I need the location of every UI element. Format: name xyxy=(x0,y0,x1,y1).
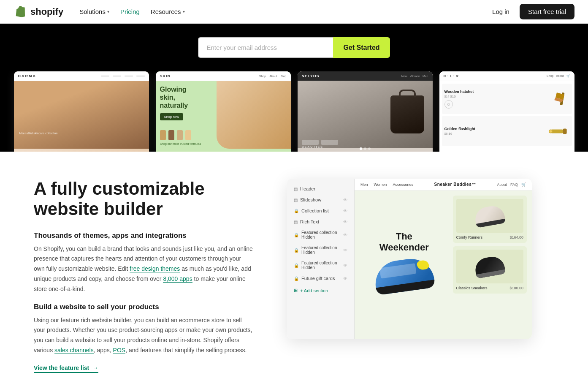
faq-link: FAQ xyxy=(510,182,518,187)
arrow-icon: → xyxy=(92,365,98,371)
nelyos-nav: New Women Men xyxy=(401,75,428,78)
featured-2-visibility-icon: 👁 xyxy=(343,248,347,253)
get-started-button[interactable]: Get Started xyxy=(333,37,390,58)
sidebar-item-featured-1[interactable]: 🔒 Featured collection Hidden 👁 xyxy=(290,228,351,242)
comfy-runners-image xyxy=(456,199,523,233)
sidebar-item-rich-text[interactable]: ▤ Rich Text 👁 xyxy=(290,217,351,227)
bag-product xyxy=(390,95,424,133)
builder-store-preview: Men Women Accessories Sneaker Buddies™ A… xyxy=(355,179,532,339)
hero-email-row: Get Started xyxy=(198,37,390,58)
slideshow-section-icon: ▤ xyxy=(294,198,298,202)
product-card-comfy: Comfy Runners $164.00 xyxy=(453,196,527,243)
skin-logo: SKIN xyxy=(160,74,171,78)
nelyos-category: BEAUTIES xyxy=(302,145,323,148)
start-trial-button[interactable]: Start free trial xyxy=(520,4,574,19)
clr-nav: Shop About 🛒 xyxy=(547,74,570,78)
collection-visibility-icon: 👁 xyxy=(343,209,347,213)
clr-flashlight-price: $8 $6 xyxy=(444,132,548,136)
classics-product-info: Classics Sneakers $180.00 xyxy=(456,286,523,290)
logo[interactable]: shopify xyxy=(14,5,63,19)
rich-text-section-icon: ▤ xyxy=(294,220,298,224)
resources-menu[interactable]: Resources ▾ xyxy=(146,5,189,18)
bag-handle-shape xyxy=(399,90,416,97)
sales-channels-link[interactable]: sales channels xyxy=(54,347,94,354)
add-section-button[interactable]: ⊞ + Add section xyxy=(290,285,351,296)
product-grid: Comfy Runners $164.00 Classics Sneakers xyxy=(453,196,527,329)
builder-store-nav: Men Women Accessories xyxy=(360,182,413,187)
flashlight-icon xyxy=(548,126,569,136)
skin-nav: Shop About Blog xyxy=(259,75,287,78)
sidebar-item-featured-2[interactable]: 🔒 Featured collection Hidden 👁 xyxy=(290,243,351,257)
cart-icon: 🛒 xyxy=(521,182,526,187)
nelyos-cta-buttons xyxy=(302,140,338,145)
resources-chevron-icon: ▾ xyxy=(183,9,185,14)
nav-accessories: Accessories xyxy=(393,182,413,187)
builder-store-header: Men Women Accessories Sneaker Buddies™ A… xyxy=(355,179,532,190)
store-previews: DARMA The Supreme Clean A beautiful skin… xyxy=(0,71,588,152)
bag-body-shape xyxy=(390,95,424,133)
skin-cta-button[interactable]: Shop now xyxy=(160,113,184,120)
store-card-skin: SKIN Shop About Blog Glowingskin,natural… xyxy=(156,71,291,152)
classics-sneakers-price: $180.00 xyxy=(509,286,523,290)
svg-rect-2 xyxy=(563,128,566,134)
sidebar-item-gift-cards[interactable]: 🔒 Future gift cards 👁 xyxy=(290,273,351,283)
clr-flashlight-image xyxy=(548,122,569,139)
header-section-icon: ▤ xyxy=(294,187,298,191)
clr-store-header: C·L·R Shop About 🛒 xyxy=(439,71,574,81)
email-input[interactable] xyxy=(198,37,333,58)
svg-point-4 xyxy=(549,130,551,132)
sidebar-item-slideshow[interactable]: ▤ Slideshow 👁 xyxy=(290,195,351,205)
builder-sidebar: ▤ Header ▤ Slideshow 👁 🔒 Collection list… xyxy=(287,179,355,339)
comfy-sneaker-shape xyxy=(474,204,506,228)
section-right-mockup: ▤ Header ▤ Slideshow 👁 🔒 Collection list… xyxy=(287,179,532,339)
solutions-menu[interactable]: Solutions ▾ xyxy=(75,5,114,18)
hatchet-icon xyxy=(548,90,569,107)
nelyos-dots xyxy=(360,147,371,150)
featured-2-icon: 🔒 xyxy=(294,248,299,253)
nelyos-store-header: NELYOS New Women Men xyxy=(298,71,433,81)
website-builder-section: A fully customizable website builder Tho… xyxy=(0,152,588,389)
sneaker-upper xyxy=(373,256,436,296)
login-link[interactable]: Log in xyxy=(487,5,515,19)
gift-cards-visibility-icon: 👁 xyxy=(343,276,347,281)
clr-hatchet-rating: ☺ xyxy=(444,100,453,109)
nav-women: Women xyxy=(374,182,387,187)
comfy-product-info: Comfy Runners $164.00 xyxy=(456,235,523,239)
featured-1-icon: 🔒 xyxy=(294,233,299,237)
section-left-content: A fully customizable website builder Tho… xyxy=(34,179,253,373)
clr-flashlight-name: Golden flashlight xyxy=(444,127,548,131)
nav-links: Solutions ▾ Pricing Resources ▾ xyxy=(75,5,189,18)
builder-mockup: ▤ Header ▤ Slideshow 👁 🔒 Collection list… xyxy=(287,179,532,339)
sidebar-item-featured-3[interactable]: 🔒 Featured collection Hidden 👁 xyxy=(290,258,351,272)
clr-hatchet-info: Wooden hatchet $14 $10 ☺ xyxy=(444,90,548,109)
comfy-runners-price: $164.00 xyxy=(509,235,523,239)
free-themes-link[interactable]: free design themes xyxy=(130,265,180,272)
apps-link[interactable]: 8,000 apps xyxy=(163,275,192,283)
main-product-area: The Weekender xyxy=(360,196,449,329)
sneaker-accent xyxy=(417,260,430,271)
solutions-chevron-icon: ▾ xyxy=(107,9,109,14)
featured-3-icon: 🔒 xyxy=(294,263,299,268)
clr-hatchet-name: Wooden hatchet xyxy=(444,90,548,94)
themes-body: On Shopify, you can build a brand that l… xyxy=(34,244,253,294)
nelyos-logo: NELYOS xyxy=(302,74,320,78)
sidebar-item-header[interactable]: ▤ Header xyxy=(290,184,351,194)
view-feature-list-link[interactable]: View the feature list → xyxy=(34,365,98,373)
clr-flashlight-info: Golden flashlight $8 $6 xyxy=(444,127,548,136)
builder-store-content: The Weekender xyxy=(355,190,532,334)
pricing-link[interactable]: Pricing xyxy=(116,5,144,18)
sidebar-item-collection-list[interactable]: 🔒 Collection list 👁 xyxy=(290,206,351,216)
nav-men: Men xyxy=(360,182,368,187)
store-header-icons: About FAQ 🛒 xyxy=(497,182,526,187)
darma-nav xyxy=(101,76,145,76)
classics-sneakers-name: Classics Sneakers xyxy=(456,286,488,290)
rich-text-visibility-icon: 👁 xyxy=(343,220,347,224)
product-card-classics: Classics Sneakers $180.00 xyxy=(453,246,527,294)
main-product-container: The Weekender xyxy=(360,220,449,305)
featured-1-visibility-icon: 👁 xyxy=(343,233,347,237)
comfy-runners-name: Comfy Runners xyxy=(456,235,483,239)
skin-hero-body: Glowingskin,naturally Shop now Shop our … xyxy=(156,81,291,149)
clr-product-flashlight: Golden flashlight $8 $6 xyxy=(442,116,572,146)
section-title: A fully customizable website builder xyxy=(34,179,253,220)
pos-link[interactable]: POS xyxy=(113,347,126,354)
